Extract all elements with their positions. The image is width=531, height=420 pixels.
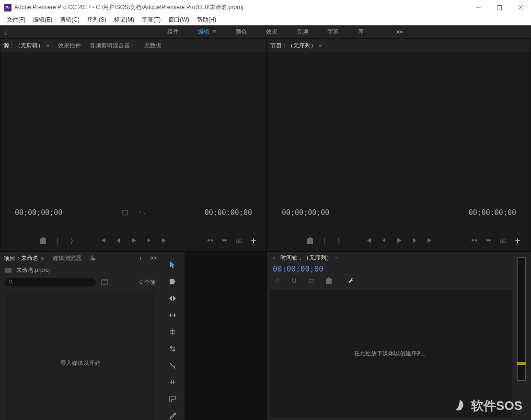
project-search-input[interactable] [5,278,96,286]
program-tab[interactable]: 节目：（无序列）≡ [270,42,322,50]
panel-menu-icon[interactable]: ≡ [41,256,44,261]
workspace-libraries[interactable]: 库 [358,28,364,36]
svg-rect-7 [222,239,227,241]
workspace-assembly[interactable]: 组件 [167,28,179,36]
source-in-timecode[interactable]: 00;00;00;00 [15,208,62,217]
menu-edit[interactable]: 编辑(E) [29,16,56,24]
settings-wrench-icon[interactable] [346,276,355,285]
workspace-overflow-button[interactable]: >> [392,29,406,35]
add-marker-icon[interactable] [306,236,314,245]
panel-menu-icon[interactable]: ≡ [319,43,322,48]
watermark-logo-icon [453,399,467,413]
workspace-titles[interactable]: 字幕 [327,28,339,36]
project-tab[interactable]: 项目：未命名≡ [4,254,44,262]
linked-selection-icon[interactable] [307,276,316,285]
source-tab[interactable]: 源：（无剪辑）≡ [3,42,49,50]
window-minimize-button[interactable] [468,0,489,15]
panel-overflow-button[interactable]: >> [150,255,157,261]
go-to-in-icon[interactable] [364,236,373,245]
add-marker-icon[interactable] [324,276,333,285]
watermark-text: 软件SOS [471,397,522,414]
menu-window[interactable]: 窗口(W) [164,16,193,24]
insert-icon[interactable] [206,236,215,245]
ripple-edit-tool-icon[interactable] [167,293,178,304]
panel-menu-icon[interactable]: ≡ [335,255,338,261]
play-icon[interactable] [129,236,138,245]
tool-panel [161,252,185,420]
timeline-timecode[interactable]: 00;00;00;00 [267,263,512,274]
source-monitor-panel: 源：（无剪辑）≡ 效果控件 音频剪辑混合器： 元数据 00;00;00;00 0… [0,39,267,252]
program-monitor-viewport: 00;00;00;00 00;00;00;00 { } + [267,52,531,251]
audio-clip-mixer-tab[interactable]: 音频剪辑混合器： [90,42,136,50]
track-select-tool-icon[interactable] [167,276,178,287]
nest-sequence-icon[interactable] [273,276,281,285]
menubar: 文件(F) 编辑(E) 剪辑(C) 序列(S) 标记(M) 字幕(T) 窗口(W… [0,15,531,25]
metadata-tab[interactable]: 元数据 [144,42,162,50]
extract-icon[interactable] [485,236,493,245]
info-icon[interactable]: i [140,255,141,261]
mark-out-icon[interactable]: } [335,236,343,245]
source-monitor-viewport: 00;00;00;00 00;00;00;00 { } [0,52,266,251]
step-forward-icon[interactable] [410,236,419,245]
program-in-timecode[interactable]: 00;00;00;00 [282,208,329,217]
rectangle-tool-icon[interactable] [167,394,178,404]
export-frame-icon[interactable] [499,236,508,245]
step-back-icon[interactable] [114,236,123,245]
fit-icon[interactable] [121,208,129,217]
timeline-tab[interactable]: 时间轴：（无序列）≡ [280,254,338,262]
snap-icon[interactable] [290,276,299,285]
panel-menu-icon[interactable]: ≡ [46,43,49,48]
app-icon: Pr [4,4,12,11]
source-transport-controls: { } + [0,236,266,245]
razor-tool-icon[interactable] [167,327,178,337]
resolution-icon[interactable] [138,208,147,217]
menu-clip[interactable]: 剪辑(C) [56,16,83,24]
export-frame-icon[interactable] [235,236,243,245]
overwrite-icon[interactable] [220,236,229,245]
type-tool-icon[interactable] [167,410,178,420]
effect-controls-tab[interactable]: 效果控件 [58,42,81,50]
media-browser-tab[interactable]: 媒体浏览器 [53,254,81,262]
mark-out-icon[interactable]: } [68,236,76,245]
rate-stretch-tool-icon[interactable] [167,310,178,320]
hamburger-icon[interactable]: ≡ [212,28,216,35]
go-to-out-icon[interactable] [160,236,169,245]
menu-file[interactable]: 文件(F) [3,16,29,24]
mark-in-icon[interactable]: { [53,236,62,245]
pen-tool-icon[interactable] [167,377,178,387]
add-marker-icon[interactable] [39,236,47,245]
workspace-audio[interactable]: 音频 [297,28,308,36]
button-editor-icon[interactable]: + [513,236,522,245]
step-back-icon[interactable] [380,236,388,245]
close-tab-icon[interactable]: × [273,255,276,261]
menu-marker[interactable]: 标记(M) [110,16,138,24]
button-editor-icon[interactable]: + [249,236,258,245]
project-drop-area[interactable]: 导入媒体以开始 [7,292,154,420]
program-out-timecode[interactable]: 00;00;00;00 [469,208,516,217]
slide-tool-icon[interactable] [167,360,178,371]
selection-tool-icon[interactable] [167,260,178,270]
item-count: 0 个项 [139,278,156,286]
window-close-button[interactable] [510,0,531,15]
menu-title[interactable]: 字幕(T) [138,16,164,24]
libraries-tab[interactable]: 库 [90,254,96,262]
workspace-editing[interactable]: 编辑≡ [198,28,216,36]
mark-in-icon[interactable]: { [320,236,329,245]
workspace-color[interactable]: 颜色 [235,28,247,36]
slip-tool-icon[interactable] [167,343,178,354]
window-maximize-button[interactable] [489,0,510,15]
play-icon[interactable] [395,236,404,245]
workspace-effects[interactable]: 效果 [266,28,277,36]
go-to-out-icon[interactable] [426,236,434,245]
step-forward-icon[interactable] [145,236,153,245]
source-out-timecode[interactable]: 00;00;00;00 [205,208,252,217]
menu-help[interactable]: 帮助(H) [193,16,220,24]
menu-sequence[interactable]: 序列(S) [83,16,110,24]
window-title: Adobe Premiere Pro CC 2017 - C:\用户\SOS\文… [14,3,243,11]
svg-rect-5 [208,239,210,241]
filter-bin-icon[interactable] [101,278,108,286]
lift-icon[interactable] [470,236,479,245]
drag-handle-icon[interactable] [4,29,7,35]
go-to-in-icon[interactable] [99,236,107,245]
audio-meter[interactable] [517,257,526,381]
